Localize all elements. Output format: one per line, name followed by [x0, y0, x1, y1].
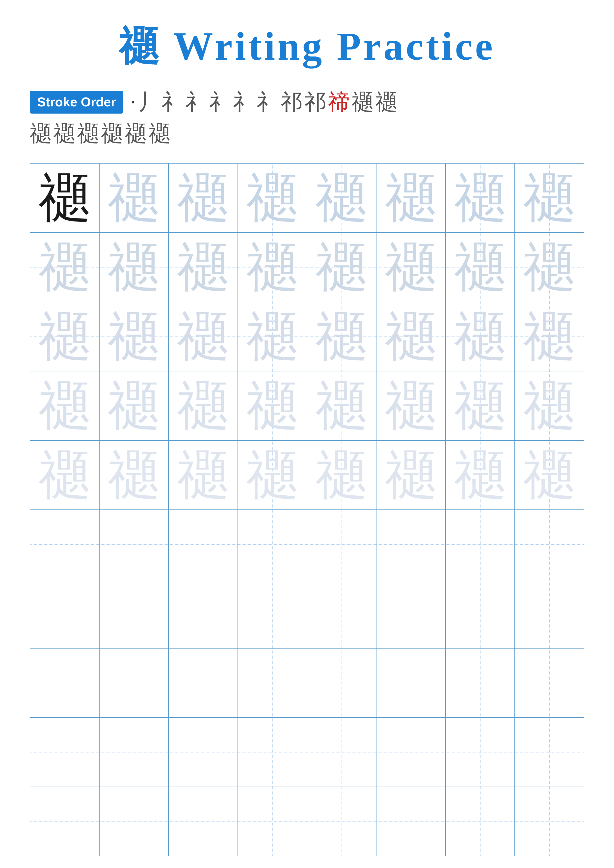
grid-cell-2-7[interactable]: 禵 [446, 232, 515, 302]
char-ghost: 禵 [385, 449, 437, 501]
grid-cell-4-2[interactable]: 禵 [99, 371, 169, 440]
grid-cell-2-5[interactable]: 禵 [307, 232, 376, 302]
grid-cell-7-6[interactable] [376, 579, 446, 648]
grid-cell-10-5[interactable] [307, 787, 376, 856]
grid-cell-1-3[interactable]: 禵 [168, 163, 238, 232]
grid-cell-4-1[interactable]: 禵 [30, 371, 99, 440]
grid-cell-6-8[interactable] [515, 510, 584, 579]
grid-cell-7-2[interactable] [99, 579, 169, 648]
grid-cell-7-8[interactable] [515, 579, 584, 648]
grid-cell-5-5[interactable]: 禵 [307, 440, 376, 510]
grid-cell-9-1[interactable] [30, 718, 99, 787]
grid-cell-3-2[interactable]: 禵 [99, 302, 169, 371]
char-ghost: 禵 [39, 380, 91, 432]
grid-cell-9-6[interactable] [376, 718, 446, 787]
grid-cell-4-8[interactable]: 禵 [515, 371, 584, 440]
grid-cell-7-5[interactable] [307, 579, 376, 648]
grid-cell-4-5[interactable]: 禵 [307, 371, 376, 440]
grid-cell-3-6[interactable]: 禵 [376, 302, 446, 371]
grid-cell-3-4[interactable]: 禵 [238, 302, 307, 371]
grid-cell-5-8[interactable]: 禵 [515, 440, 584, 510]
grid-cell-7-4[interactable] [238, 579, 307, 648]
grid-cell-6-6[interactable] [376, 510, 446, 579]
title-chinese-char: 禵 [119, 24, 161, 68]
stroke-4: 礻 [185, 88, 207, 116]
grid-cell-8-8[interactable] [515, 648, 584, 718]
grid-cell-2-4[interactable]: 禵 [238, 232, 307, 302]
grid-cell-1-5[interactable]: 禵 [307, 163, 376, 232]
grid-cell-3-8[interactable]: 禵 [515, 302, 584, 371]
grid-cell-9-3[interactable] [168, 718, 238, 787]
grid-cell-9-4[interactable] [238, 718, 307, 787]
char-ghost: 禵 [523, 310, 575, 363]
grid-cell-3-5[interactable]: 禵 [307, 302, 376, 371]
grid-row-10 [30, 787, 584, 856]
char-ghost: 禵 [246, 310, 298, 363]
grid-cell-10-6[interactable] [376, 787, 446, 856]
grid-cell-1-4[interactable]: 禵 [238, 163, 307, 232]
grid-cell-6-7[interactable] [446, 510, 515, 579]
grid-cell-2-1[interactable]: 禵 [30, 232, 99, 302]
grid-cell-7-7[interactable] [446, 579, 515, 648]
grid-cell-1-1[interactable]: 禵 [30, 163, 99, 232]
char-ghost: 禵 [454, 172, 506, 224]
grid-cell-9-2[interactable] [99, 718, 169, 787]
stroke-6: 礻 [233, 88, 255, 116]
grid-cell-6-1[interactable] [30, 510, 99, 579]
stroke-order-section: Stroke Order · 丿 礻 礻 礻 礻 礻 祁 祁 禘 禵 禵 禵 禵… [30, 88, 584, 148]
grid-cell-7-3[interactable] [168, 579, 238, 648]
grid-cell-9-5[interactable] [307, 718, 376, 787]
grid-cell-2-3[interactable]: 禵 [168, 232, 238, 302]
grid-cell-8-4[interactable] [238, 648, 307, 718]
grid-cell-4-4[interactable]: 禵 [238, 371, 307, 440]
grid-cell-5-4[interactable]: 禵 [238, 440, 307, 510]
grid-row-3: 禵 禵 禵 禵 禵 禵 禵 禵 [30, 302, 584, 371]
grid-cell-5-6[interactable]: 禵 [376, 440, 446, 510]
grid-cell-5-1[interactable]: 禵 [30, 440, 99, 510]
grid-cell-3-7[interactable]: 禵 [446, 302, 515, 371]
grid-cell-5-7[interactable]: 禵 [446, 440, 515, 510]
grid-cell-10-8[interactable] [515, 787, 584, 856]
grid-cell-10-3[interactable] [168, 787, 238, 856]
grid-cell-3-1[interactable]: 禵 [30, 302, 99, 371]
grid-cell-5-2[interactable]: 禵 [99, 440, 169, 510]
char-ghost: 禵 [108, 310, 160, 363]
grid-cell-6-5[interactable] [307, 510, 376, 579]
grid-cell-8-7[interactable] [446, 648, 515, 718]
grid-cell-9-8[interactable] [515, 718, 584, 787]
stroke-16: 禵 [101, 119, 123, 148]
grid-cell-8-2[interactable] [99, 648, 169, 718]
grid-cell-4-3[interactable]: 禵 [168, 371, 238, 440]
grid-cell-1-7[interactable]: 禵 [446, 163, 515, 232]
grid-cell-9-7[interactable] [446, 718, 515, 787]
char-ghost: 禵 [454, 241, 506, 293]
grid-cell-8-3[interactable] [168, 648, 238, 718]
grid-cell-5-3[interactable]: 禵 [168, 440, 238, 510]
grid-cell-2-2[interactable]: 禵 [99, 232, 169, 302]
grid-cell-1-2[interactable]: 禵 [99, 163, 169, 232]
grid-cell-6-3[interactable] [168, 510, 238, 579]
grid-cell-10-7[interactable] [446, 787, 515, 856]
grid-cell-6-4[interactable] [238, 510, 307, 579]
grid-row-1: 禵 禵 禵 禵 禵 禵 禵 禵 [30, 163, 584, 232]
grid-cell-2-8[interactable]: 禵 [515, 232, 584, 302]
grid-cell-8-5[interactable] [307, 648, 376, 718]
grid-cell-7-1[interactable] [30, 579, 99, 648]
grid-cell-2-6[interactable]: 禵 [376, 232, 446, 302]
grid-cell-8-1[interactable] [30, 648, 99, 718]
grid-row-8 [30, 648, 584, 718]
char-ghost: 禵 [246, 380, 298, 432]
grid-cell-8-6[interactable] [376, 648, 446, 718]
grid-cell-10-1[interactable] [30, 787, 99, 856]
grid-cell-10-4[interactable] [238, 787, 307, 856]
char-ghost: 禵 [177, 310, 229, 363]
grid-cell-3-3[interactable]: 禵 [168, 302, 238, 371]
char-ghost: 禵 [385, 380, 437, 432]
grid-cell-1-8[interactable]: 禵 [515, 163, 584, 232]
grid-cell-1-6[interactable]: 禵 [376, 163, 446, 232]
grid-cell-6-2[interactable] [99, 510, 169, 579]
stroke-3: 礻 [162, 88, 183, 116]
grid-cell-4-6[interactable]: 禵 [376, 371, 446, 440]
grid-cell-10-2[interactable] [99, 787, 169, 856]
grid-cell-4-7[interactable]: 禵 [446, 371, 515, 440]
